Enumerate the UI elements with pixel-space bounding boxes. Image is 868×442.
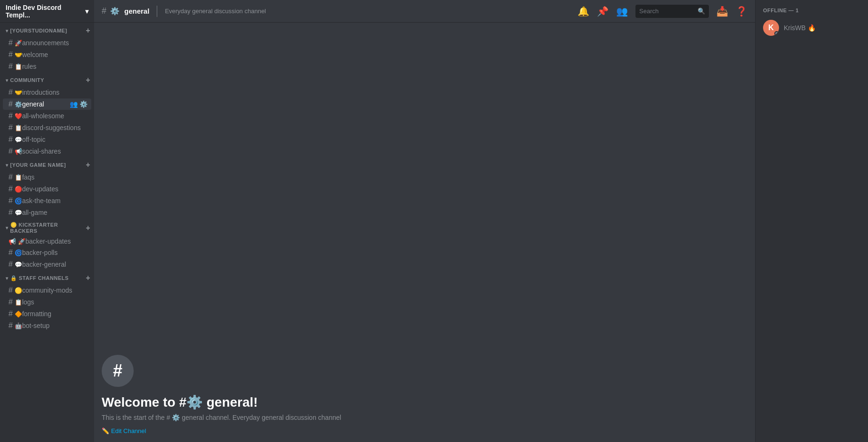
channel-item-bot-setup[interactable]: # 🤖 bot-setup bbox=[3, 320, 91, 331]
welcome-desc-suffix: general channel. Everyday general discus… bbox=[180, 414, 341, 421]
channel-emoji-backer-general: 💬 bbox=[15, 261, 22, 268]
channel-item-social-shares[interactable]: # 📢 social-shares bbox=[3, 146, 91, 157]
hash-icon: # bbox=[8, 260, 13, 269]
channel-item-backer-polls[interactable]: # 🌀 backer-polls bbox=[3, 247, 91, 258]
hash-icon: # bbox=[8, 286, 13, 295]
chevron-down-icon: ▾ bbox=[6, 78, 8, 83]
channel-name-dev-updates: dev-updates bbox=[22, 185, 88, 193]
hash-icon: # bbox=[8, 185, 13, 193]
main-content: # ⚙️ general Everyday general discussion… bbox=[94, 0, 755, 442]
channel-item-community-mods[interactable]: # 🟡 community-mods bbox=[3, 285, 91, 296]
category-header-kickstarter-backers[interactable]: ▾ 🪙 KICKSTARTER BACKERS + bbox=[0, 220, 94, 236]
search-input[interactable] bbox=[639, 8, 696, 15]
channel-item-rules[interactable]: # 📋 rules bbox=[3, 61, 91, 72]
hash-icon: # bbox=[8, 248, 13, 257]
channel-item-discord-suggestions[interactable]: # 📋 discord-suggestions bbox=[3, 122, 91, 133]
members-list-icon[interactable]: 👥 bbox=[616, 6, 628, 17]
channel-emoji-community-mods: 🟡 bbox=[15, 287, 22, 294]
channel-name-backer-updates: backer-updates bbox=[25, 237, 88, 245]
channel-item-formatting[interactable]: # 🔶 formatting bbox=[3, 308, 91, 319]
add-channel-button[interactable]: + bbox=[86, 26, 90, 35]
category-label-yourstudioname: [YOURSTUDIONAME] bbox=[10, 28, 67, 33]
channel-emoji-all-wholesome: ❤️ bbox=[15, 113, 22, 120]
add-channel-button[interactable]: + bbox=[86, 224, 90, 232]
announce-icon: 📢 bbox=[8, 238, 16, 245]
chat-area: # Welcome to #⚙️ general! This is the st… bbox=[94, 23, 755, 442]
channel-name-social-shares: social-shares bbox=[22, 147, 88, 155]
category-label-community: COMMUNITY bbox=[10, 77, 44, 83]
channel-emoji-all-game: 💬 bbox=[15, 209, 22, 216]
member-name-kriswb: KrisWB 🔥 bbox=[784, 24, 816, 32]
channel-emoji-social-shares: 📢 bbox=[15, 148, 22, 155]
channel-name-formatting: formatting bbox=[22, 310, 88, 318]
topbar-channel-emoji: ⚙️ bbox=[110, 7, 120, 16]
channel-name-welcome: welcome bbox=[22, 51, 88, 58]
channel-name-all-game: all-game bbox=[22, 209, 88, 216]
inbox-icon[interactable]: 📥 bbox=[716, 6, 728, 17]
topbar-channel-name: general bbox=[124, 7, 149, 15]
member-item-kriswb[interactable]: K KrisWB 🔥 bbox=[759, 17, 864, 39]
category-header-yourstudioname[interactable]: ▾ [YOURSTUDIONAME] + bbox=[0, 25, 94, 37]
edit-channel-button[interactable]: ✏️ Edit Channel bbox=[102, 427, 146, 434]
server-dropdown-icon: ▾ bbox=[85, 8, 88, 15]
channel-item-dev-updates[interactable]: # 🔴 dev-updates bbox=[3, 183, 91, 195]
channel-emoji-general: ⚙️ bbox=[15, 101, 22, 108]
notification-bell-icon[interactable]: 🔔 bbox=[578, 6, 589, 17]
category-header-staff-channels[interactable]: ▾ 🔒 STAFF CHANNELS + bbox=[0, 272, 94, 284]
welcome-desc-emoji: ⚙️ bbox=[172, 414, 180, 421]
members-icon[interactable]: 👥 bbox=[70, 100, 78, 108]
channel-item-off-topic[interactable]: # 💬 off-topic bbox=[3, 134, 91, 145]
channel-emoji-welcome: 🤝 bbox=[15, 51, 22, 58]
channel-name-faqs: faqs bbox=[22, 173, 88, 181]
members-section-offline-header: OFFLINE — 1 bbox=[759, 8, 864, 13]
channel-item-all-wholesome[interactable]: # ❤️ all-wholesome bbox=[3, 110, 91, 122]
channel-name-general: general bbox=[22, 100, 70, 108]
add-channel-button[interactable]: + bbox=[86, 76, 90, 84]
category-header-yourgamename[interactable]: ▾ [YOUR GAME NAME] + bbox=[0, 159, 94, 171]
channel-emoji-ask-the-team: 🌀 bbox=[15, 197, 22, 205]
channel-name-discord-suggestions: discord-suggestions bbox=[22, 124, 88, 131]
channel-emoji-off-topic: 💬 bbox=[15, 136, 22, 143]
channel-item-introductions[interactable]: # 🤝 introductions bbox=[3, 87, 91, 98]
hash-symbol: # bbox=[113, 361, 122, 381]
server-header[interactable]: Indie Dev Discord Templ... ▾ bbox=[0, 0, 94, 23]
channel-item-backer-updates[interactable]: 📢 🚀 backer-updates bbox=[3, 236, 91, 246]
channel-name-community-mods: community-mods bbox=[22, 286, 88, 294]
welcome-title-prefix: Welcome to # bbox=[102, 395, 186, 409]
channel-item-faqs[interactable]: # 📋 faqs bbox=[3, 172, 91, 183]
search-box[interactable]: 🔍 bbox=[635, 5, 709, 18]
hash-icon: # bbox=[8, 147, 13, 156]
channel-item-all-game[interactable]: # 💬 all-game bbox=[3, 207, 91, 218]
channel-item-general[interactable]: # ⚙️ general 👥 ⚙️ bbox=[3, 98, 91, 110]
channel-emoji-backer-updates: 🚀 bbox=[18, 238, 25, 245]
channel-item-ask-the-team[interactable]: # 🌀 ask-the-team bbox=[3, 195, 91, 206]
add-channel-button[interactable]: + bbox=[86, 161, 90, 169]
category-header-community[interactable]: ▾ COMMUNITY + bbox=[0, 74, 94, 86]
channel-name-backer-general: backer-general bbox=[22, 261, 88, 268]
hash-icon: # bbox=[8, 321, 13, 330]
settings-icon[interactable]: ⚙️ bbox=[80, 100, 88, 108]
hash-icon: # bbox=[8, 88, 13, 97]
chevron-down-icon: ▾ bbox=[6, 163, 8, 168]
channel-emoji-faqs: 📋 bbox=[15, 174, 22, 181]
channel-item-logs[interactable]: # 📋 logs bbox=[3, 296, 91, 308]
help-icon[interactable]: ❓ bbox=[736, 6, 747, 17]
category-label-staff-channels: STAFF CHANNELS bbox=[19, 275, 69, 281]
members-panel: OFFLINE — 1 K KrisWB 🔥 bbox=[755, 0, 868, 442]
category-emoji-staff: 🔒 bbox=[10, 275, 17, 281]
channel-name-off-topic: off-topic bbox=[22, 136, 88, 143]
welcome-icon: # bbox=[102, 355, 134, 387]
pencil-icon: ✏️ bbox=[102, 427, 109, 434]
edit-channel-label: Edit Channel bbox=[111, 427, 146, 434]
pin-icon[interactable]: 📌 bbox=[597, 6, 609, 17]
welcome-title-emoji: ⚙️ bbox=[186, 395, 203, 409]
hash-icon: # bbox=[8, 173, 13, 181]
channel-item-announcements[interactable]: # 🚀 announcements 👥 ⚙️ bbox=[3, 37, 91, 49]
channel-item-welcome[interactable]: # 🤝 welcome bbox=[3, 49, 91, 60]
channel-name-ask-the-team: ask-the-team bbox=[22, 197, 88, 205]
add-channel-button[interactable]: + bbox=[86, 274, 90, 282]
category-label-yourgamename: [YOUR GAME NAME] bbox=[10, 162, 66, 168]
channel-item-backer-general[interactable]: # 💬 backer-general bbox=[3, 259, 91, 270]
channel-name-all-wholesome: all-wholesome bbox=[22, 112, 88, 120]
channel-name-introductions: introductions bbox=[22, 89, 88, 96]
